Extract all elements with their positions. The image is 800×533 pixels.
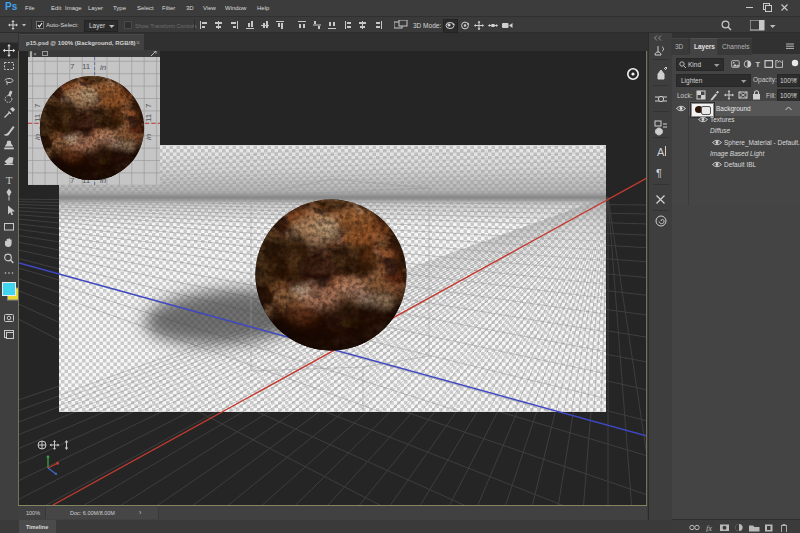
svg-text:T: T [6,174,13,186]
svg-text:7: 7 [70,176,75,185]
svg-text:7: 7 [144,103,153,108]
svg-text:11: 11 [82,62,91,71]
svg-text:T: T [755,60,760,69]
svg-text:A: A [657,146,665,158]
svg-text:7: 7 [33,103,42,108]
svg-text:11: 11 [144,113,153,122]
svg-text:¶: ¶ [656,167,662,179]
svg-text:fx: fx [706,523,712,532]
svg-text:7: 7 [70,62,75,71]
svg-text:in: in [144,133,153,140]
svg-text:in: in [100,63,107,72]
